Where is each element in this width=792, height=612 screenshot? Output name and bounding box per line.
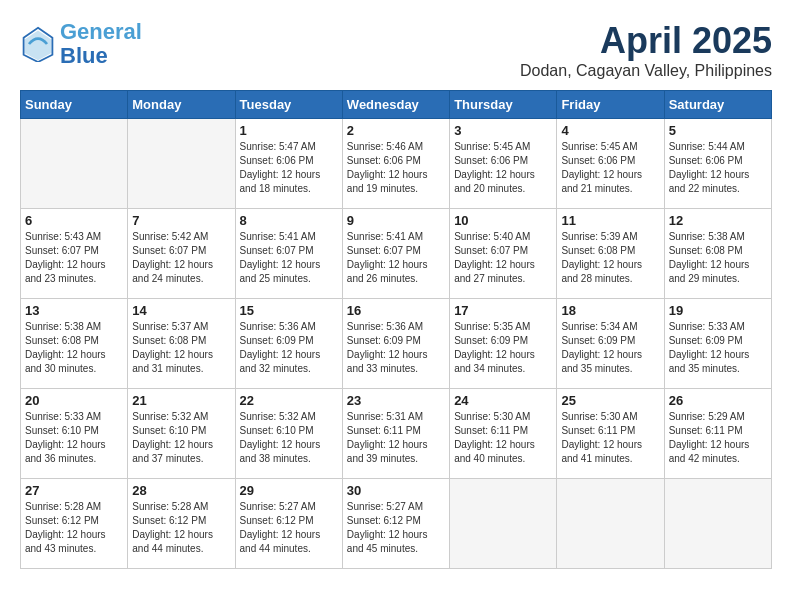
day-number: 20 — [25, 393, 123, 408]
day-number: 9 — [347, 213, 445, 228]
day-number: 28 — [132, 483, 230, 498]
calendar-cell: 24Sunrise: 5:30 AMSunset: 6:11 PMDayligh… — [450, 389, 557, 479]
weekday-header: Sunday — [21, 91, 128, 119]
calendar: SundayMondayTuesdayWednesdayThursdayFrid… — [20, 90, 772, 569]
calendar-cell: 5Sunrise: 5:44 AMSunset: 6:06 PMDaylight… — [664, 119, 771, 209]
calendar-cell: 27Sunrise: 5:28 AMSunset: 6:12 PMDayligh… — [21, 479, 128, 569]
day-number: 16 — [347, 303, 445, 318]
calendar-cell — [557, 479, 664, 569]
calendar-cell: 3Sunrise: 5:45 AMSunset: 6:06 PMDaylight… — [450, 119, 557, 209]
day-info: Sunrise: 5:37 AMSunset: 6:08 PMDaylight:… — [132, 320, 230, 376]
day-number: 3 — [454, 123, 552, 138]
calendar-cell: 9Sunrise: 5:41 AMSunset: 6:07 PMDaylight… — [342, 209, 449, 299]
calendar-week-row: 6Sunrise: 5:43 AMSunset: 6:07 PMDaylight… — [21, 209, 772, 299]
day-info: Sunrise: 5:30 AMSunset: 6:11 PMDaylight:… — [454, 410, 552, 466]
calendar-cell: 11Sunrise: 5:39 AMSunset: 6:08 PMDayligh… — [557, 209, 664, 299]
logo-icon — [20, 26, 56, 62]
day-info: Sunrise: 5:42 AMSunset: 6:07 PMDaylight:… — [132, 230, 230, 286]
calendar-cell: 30Sunrise: 5:27 AMSunset: 6:12 PMDayligh… — [342, 479, 449, 569]
day-info: Sunrise: 5:35 AMSunset: 6:09 PMDaylight:… — [454, 320, 552, 376]
calendar-cell: 21Sunrise: 5:32 AMSunset: 6:10 PMDayligh… — [128, 389, 235, 479]
day-number: 12 — [669, 213, 767, 228]
calendar-cell: 4Sunrise: 5:45 AMSunset: 6:06 PMDaylight… — [557, 119, 664, 209]
header: GeneralBlue April 2025 Dodan, Cagayan Va… — [20, 20, 772, 80]
weekday-header: Saturday — [664, 91, 771, 119]
calendar-cell: 29Sunrise: 5:27 AMSunset: 6:12 PMDayligh… — [235, 479, 342, 569]
day-number: 11 — [561, 213, 659, 228]
weekday-header-row: SundayMondayTuesdayWednesdayThursdayFrid… — [21, 91, 772, 119]
day-info: Sunrise: 5:27 AMSunset: 6:12 PMDaylight:… — [240, 500, 338, 556]
day-info: Sunrise: 5:47 AMSunset: 6:06 PMDaylight:… — [240, 140, 338, 196]
calendar-cell: 17Sunrise: 5:35 AMSunset: 6:09 PMDayligh… — [450, 299, 557, 389]
day-number: 23 — [347, 393, 445, 408]
day-number: 14 — [132, 303, 230, 318]
calendar-cell — [450, 479, 557, 569]
day-number: 6 — [25, 213, 123, 228]
calendar-cell — [21, 119, 128, 209]
day-info: Sunrise: 5:27 AMSunset: 6:12 PMDaylight:… — [347, 500, 445, 556]
day-number: 27 — [25, 483, 123, 498]
day-info: Sunrise: 5:43 AMSunset: 6:07 PMDaylight:… — [25, 230, 123, 286]
calendar-cell: 19Sunrise: 5:33 AMSunset: 6:09 PMDayligh… — [664, 299, 771, 389]
calendar-cell: 14Sunrise: 5:37 AMSunset: 6:08 PMDayligh… — [128, 299, 235, 389]
calendar-cell: 23Sunrise: 5:31 AMSunset: 6:11 PMDayligh… — [342, 389, 449, 479]
day-info: Sunrise: 5:41 AMSunset: 6:07 PMDaylight:… — [240, 230, 338, 286]
calendar-cell: 26Sunrise: 5:29 AMSunset: 6:11 PMDayligh… — [664, 389, 771, 479]
calendar-cell — [664, 479, 771, 569]
calendar-cell: 25Sunrise: 5:30 AMSunset: 6:11 PMDayligh… — [557, 389, 664, 479]
day-number: 1 — [240, 123, 338, 138]
logo: GeneralBlue — [20, 20, 142, 68]
weekday-header: Thursday — [450, 91, 557, 119]
day-number: 25 — [561, 393, 659, 408]
day-info: Sunrise: 5:38 AMSunset: 6:08 PMDaylight:… — [25, 320, 123, 376]
weekday-header: Tuesday — [235, 91, 342, 119]
day-number: 24 — [454, 393, 552, 408]
day-number: 8 — [240, 213, 338, 228]
day-info: Sunrise: 5:28 AMSunset: 6:12 PMDaylight:… — [132, 500, 230, 556]
day-number: 22 — [240, 393, 338, 408]
logo-text: GeneralBlue — [60, 20, 142, 68]
day-info: Sunrise: 5:36 AMSunset: 6:09 PMDaylight:… — [347, 320, 445, 376]
calendar-cell: 6Sunrise: 5:43 AMSunset: 6:07 PMDaylight… — [21, 209, 128, 299]
day-info: Sunrise: 5:33 AMSunset: 6:10 PMDaylight:… — [25, 410, 123, 466]
day-info: Sunrise: 5:39 AMSunset: 6:08 PMDaylight:… — [561, 230, 659, 286]
day-number: 18 — [561, 303, 659, 318]
day-info: Sunrise: 5:41 AMSunset: 6:07 PMDaylight:… — [347, 230, 445, 286]
day-info: Sunrise: 5:38 AMSunset: 6:08 PMDaylight:… — [669, 230, 767, 286]
day-info: Sunrise: 5:29 AMSunset: 6:11 PMDaylight:… — [669, 410, 767, 466]
calendar-cell: 2Sunrise: 5:46 AMSunset: 6:06 PMDaylight… — [342, 119, 449, 209]
subtitle: Dodan, Cagayan Valley, Philippines — [520, 62, 772, 80]
day-number: 4 — [561, 123, 659, 138]
calendar-cell: 16Sunrise: 5:36 AMSunset: 6:09 PMDayligh… — [342, 299, 449, 389]
title-section: April 2025 Dodan, Cagayan Valley, Philip… — [520, 20, 772, 80]
calendar-cell: 10Sunrise: 5:40 AMSunset: 6:07 PMDayligh… — [450, 209, 557, 299]
calendar-cell: 20Sunrise: 5:33 AMSunset: 6:10 PMDayligh… — [21, 389, 128, 479]
day-number: 17 — [454, 303, 552, 318]
weekday-header: Friday — [557, 91, 664, 119]
day-number: 10 — [454, 213, 552, 228]
day-info: Sunrise: 5:32 AMSunset: 6:10 PMDaylight:… — [132, 410, 230, 466]
day-number: 26 — [669, 393, 767, 408]
weekday-header: Monday — [128, 91, 235, 119]
day-number: 15 — [240, 303, 338, 318]
day-info: Sunrise: 5:45 AMSunset: 6:06 PMDaylight:… — [561, 140, 659, 196]
calendar-week-row: 20Sunrise: 5:33 AMSunset: 6:10 PMDayligh… — [21, 389, 772, 479]
day-number: 13 — [25, 303, 123, 318]
day-info: Sunrise: 5:36 AMSunset: 6:09 PMDaylight:… — [240, 320, 338, 376]
day-number: 5 — [669, 123, 767, 138]
day-number: 7 — [132, 213, 230, 228]
calendar-week-row: 27Sunrise: 5:28 AMSunset: 6:12 PMDayligh… — [21, 479, 772, 569]
day-info: Sunrise: 5:28 AMSunset: 6:12 PMDaylight:… — [25, 500, 123, 556]
calendar-cell: 8Sunrise: 5:41 AMSunset: 6:07 PMDaylight… — [235, 209, 342, 299]
day-info: Sunrise: 5:30 AMSunset: 6:11 PMDaylight:… — [561, 410, 659, 466]
calendar-week-row: 1Sunrise: 5:47 AMSunset: 6:06 PMDaylight… — [21, 119, 772, 209]
day-number: 30 — [347, 483, 445, 498]
calendar-week-row: 13Sunrise: 5:38 AMSunset: 6:08 PMDayligh… — [21, 299, 772, 389]
day-info: Sunrise: 5:46 AMSunset: 6:06 PMDaylight:… — [347, 140, 445, 196]
calendar-cell: 1Sunrise: 5:47 AMSunset: 6:06 PMDaylight… — [235, 119, 342, 209]
calendar-cell: 7Sunrise: 5:42 AMSunset: 6:07 PMDaylight… — [128, 209, 235, 299]
day-number: 2 — [347, 123, 445, 138]
weekday-header: Wednesday — [342, 91, 449, 119]
day-info: Sunrise: 5:32 AMSunset: 6:10 PMDaylight:… — [240, 410, 338, 466]
calendar-cell: 28Sunrise: 5:28 AMSunset: 6:12 PMDayligh… — [128, 479, 235, 569]
